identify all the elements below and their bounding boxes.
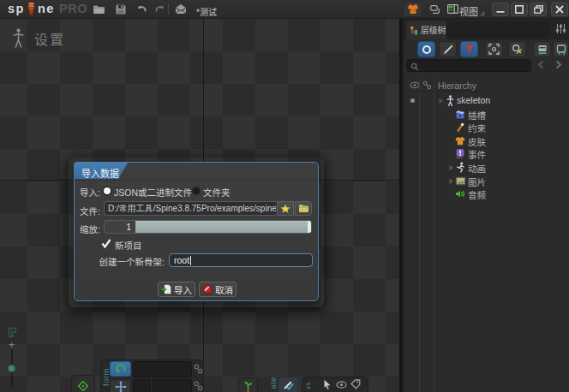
import-mode-label: 导入: <box>78 186 100 199</box>
tree-label: 事件 <box>468 148 486 161</box>
tree-row-audio[interactable]: 音频 <box>404 187 569 201</box>
new-skeleton-name-input[interactable]: root <box>169 253 313 267</box>
view-menu[interactable]: 视图 <box>459 4 478 18</box>
skeleton-figure-icon <box>446 95 454 107</box>
zoom-slider-knob[interactable] <box>8 365 15 372</box>
expand-arrow-icon[interactable] <box>448 178 454 185</box>
tab-hierarchy-tree-label: 层级树 <box>421 24 446 36</box>
scale-value-field[interactable]: 1 <box>104 220 135 234</box>
spine-app-window: { "topbar": { "logo_sp": "sp", "logo_ne"… <box>0 0 569 392</box>
scale-slider-handle[interactable] <box>308 221 312 233</box>
layout-icon[interactable] <box>447 4 458 14</box>
skin-doll-button[interactable] <box>403 1 422 17</box>
expand-arrow-icon[interactable] <box>448 164 454 171</box>
scale-slider[interactable] <box>135 220 312 234</box>
visibility-eye-icon[interactable] <box>336 381 347 389</box>
select-circle-tool-button[interactable] <box>417 41 435 57</box>
pages-icon <box>537 45 548 55</box>
maximize-icon <box>515 5 524 14</box>
translate-tool-button[interactable] <box>110 379 131 392</box>
tree-row-images[interactable]: 图片 <box>404 175 569 188</box>
rotate-icon <box>115 363 127 375</box>
file-path-input[interactable]: D:/常用工具/Spine3.8.75Pro/examples/spine <box>104 201 276 216</box>
radio-folder[interactable] <box>193 187 200 194</box>
cancel-button[interactable]: 取消 <box>199 282 237 297</box>
restore-button[interactable] <box>530 3 547 16</box>
tree-row-constraints[interactable]: 约束 <box>404 121 569 134</box>
header-divider <box>404 91 569 92</box>
compensate-link-icon[interactable] <box>194 381 203 391</box>
new-project-checkbox-label[interactable]: 新项目 <box>115 239 142 252</box>
cursor-icon[interactable] <box>323 379 332 389</box>
spawn-origin-icon[interactable] <box>8 327 17 338</box>
tree-label: 音频 <box>468 188 486 201</box>
import-doc-icon <box>161 284 171 294</box>
expand-arrow-icon[interactable] <box>438 98 444 104</box>
cards-icon[interactable] <box>430 5 440 14</box>
prev-match-icon[interactable] <box>536 60 546 69</box>
mode-indicator[interactable]: 设置 <box>13 28 65 49</box>
axes-diamond-icon <box>77 380 89 392</box>
dialog-title: 导入数据 <box>81 166 119 180</box>
pen-tool-button[interactable] <box>439 41 457 57</box>
radio-json-label[interactable]: JSON或二进制文件 <box>114 186 192 199</box>
cancel-icon <box>202 284 213 294</box>
tree-label: 动画 <box>468 162 486 175</box>
tree-row-events[interactable]: 事件 <box>404 147 569 161</box>
search-settings-button[interactable] <box>508 41 526 57</box>
setup-pose-figure-icon <box>13 28 24 49</box>
file-label: 文件: <box>78 205 100 217</box>
rotate-tool-button[interactable] <box>110 361 131 377</box>
magnifier-pencil-icon <box>512 44 523 55</box>
save-project-icon[interactable] <box>115 3 127 15</box>
pose-tool-button[interactable] <box>238 377 258 392</box>
rotation-value-field[interactable] <box>133 361 192 377</box>
search-icon <box>410 62 419 71</box>
import-confirm-button[interactable]: 导入 <box>158 282 195 297</box>
checkbox-check-icon[interactable] <box>101 239 111 248</box>
translate-y-value-field[interactable] <box>153 379 192 392</box>
maximize-button[interactable] <box>511 3 528 16</box>
views-panel-label: vs <box>304 380 312 392</box>
project-title: *测试 <box>196 5 217 18</box>
tree-row-animations[interactable]: 动画 <box>404 161 569 175</box>
tab-hierarchy-tree[interactable]: 层级树 <box>405 20 447 39</box>
sprout-icon <box>243 381 254 392</box>
weights-tool-button[interactable] <box>278 377 298 392</box>
redo-icon[interactable] <box>154 3 166 15</box>
tag-icon[interactable] <box>350 379 361 389</box>
compensate-link-icon[interactable] <box>194 364 203 374</box>
translate-x-value-field[interactable] <box>133 379 151 392</box>
page-refresh-icon <box>556 45 566 55</box>
export-page-button[interactable] <box>553 41 569 57</box>
new-skeleton-name-value: root <box>174 255 189 265</box>
frame-selection-button[interactable] <box>485 41 503 57</box>
undo-icon[interactable] <box>135 3 147 15</box>
tree-row-skeleton[interactable]: skeleton <box>404 94 569 108</box>
tree-label: 插槽 <box>468 109 486 122</box>
doll-icon <box>407 3 419 15</box>
browse-folder-button[interactable] <box>295 201 312 216</box>
tree-header: Hierarchy <box>438 80 476 91</box>
open-project-icon[interactable] <box>93 3 105 15</box>
tree-search-input[interactable] <box>406 59 531 72</box>
tree-row-skins[interactable]: 皮肤 <box>404 134 569 148</box>
title-bar: sp ne PRO *测试 <box>0 0 569 19</box>
close-button[interactable] <box>551 3 568 16</box>
mail-icon[interactable] <box>175 3 187 15</box>
next-match-icon[interactable] <box>554 60 563 69</box>
constraint-icon <box>455 122 465 133</box>
minimize-button[interactable] <box>492 3 509 16</box>
view-menu-arrow-icon <box>479 10 485 16</box>
dialog-title-divider <box>75 180 318 181</box>
link-column-icon[interactable] <box>422 80 432 90</box>
audio-icon <box>455 189 465 199</box>
new-page-button[interactable] <box>533 41 551 57</box>
filter-funnel-button[interactable] <box>460 41 478 57</box>
radio-json-file[interactable] <box>104 187 111 194</box>
radio-folder-label[interactable]: 文件夹 <box>203 186 231 199</box>
favorites-button[interactable] <box>277 201 294 216</box>
axes-button[interactable] <box>71 375 95 392</box>
tree-row-slots[interactable]: 插槽 <box>404 108 569 122</box>
filter-sliders-icon[interactable] <box>555 23 566 34</box>
